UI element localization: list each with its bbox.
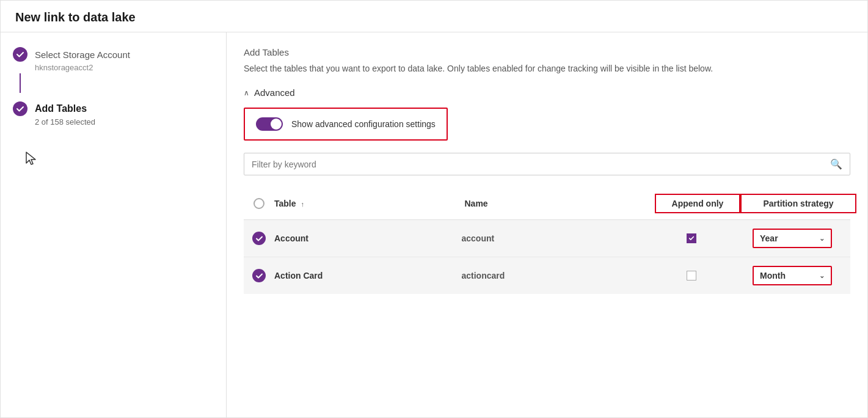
sort-arrow-icon[interactable]: ↑ bbox=[301, 200, 304, 208]
step1-subtitle: hknstorageacct2 bbox=[35, 63, 214, 72]
row1-name-value: account bbox=[462, 233, 649, 243]
search-input[interactable] bbox=[252, 160, 830, 169]
header-radio[interactable] bbox=[253, 198, 264, 209]
step1-title: Select Storage Account bbox=[35, 50, 130, 60]
toggle-thumb bbox=[271, 119, 282, 130]
search-icon: 🔍 bbox=[830, 158, 842, 170]
sidebar-step-add-tables: Add Tables 2 of 158 selected bbox=[13, 101, 214, 127]
header-name-col: Name bbox=[465, 199, 655, 208]
header-table-col: Table ↑ bbox=[274, 199, 465, 208]
table-row: Account account Year ⌄ bbox=[244, 220, 850, 257]
row1-check-icon[interactable] bbox=[252, 232, 266, 245]
chevron-up-icon: ∧ bbox=[244, 89, 249, 97]
row2-append-cell[interactable] bbox=[649, 271, 734, 280]
table-header-row: Table ↑ Name Append only Partition strat… bbox=[244, 188, 850, 220]
row1-partition-value: Year bbox=[760, 233, 778, 243]
toggle-track bbox=[256, 117, 283, 131]
advanced-label: Advanced bbox=[254, 87, 295, 98]
tables-list: Table ↑ Name Append only Partition strat… bbox=[244, 188, 850, 294]
dropdown-arrow-icon: ⌄ bbox=[819, 272, 825, 280]
append-only-header: Append only bbox=[655, 194, 740, 213]
row2-checkbox-col[interactable] bbox=[244, 269, 274, 282]
row1-checkbox-col[interactable] bbox=[244, 232, 274, 245]
main-panel: Add Tables Select the tables that you wa… bbox=[227, 32, 867, 417]
step2-subtitle: 2 of 158 selected bbox=[35, 117, 214, 127]
header-checkbox-col bbox=[244, 198, 274, 209]
step2-indicator bbox=[13, 101, 27, 116]
row1-append-cell[interactable] bbox=[649, 233, 734, 243]
advanced-toggle-switch[interactable] bbox=[256, 117, 283, 131]
sidebar-step-select-storage: Select Storage Account hknstorageacct2 bbox=[13, 47, 214, 94]
partition-strategy-header: Partition strategy bbox=[740, 194, 856, 213]
dropdown-arrow-icon: ⌄ bbox=[819, 235, 825, 243]
row1-append-checkbox[interactable] bbox=[687, 233, 696, 243]
row2-partition-cell[interactable]: Month ⌄ bbox=[734, 266, 850, 285]
table-row: Action Card actioncard Month ⌄ bbox=[244, 257, 850, 294]
row1-partition-cell[interactable]: Year ⌄ bbox=[734, 229, 850, 248]
row2-name-value: actioncard bbox=[462, 271, 649, 280]
section-desc: Select the tables that you want to expor… bbox=[244, 62, 793, 75]
row2-append-checkbox[interactable] bbox=[687, 271, 696, 280]
advanced-toggle-row[interactable]: Show advanced configuration settings bbox=[244, 108, 448, 141]
cursor-icon bbox=[25, 151, 214, 170]
row2-table-name: Action Card bbox=[274, 271, 462, 280]
sidebar: Select Storage Account hknstorageacct2 A… bbox=[1, 32, 227, 417]
advanced-header[interactable]: ∧ Advanced bbox=[244, 87, 850, 98]
row2-check-icon[interactable] bbox=[252, 269, 266, 282]
page-container: New link to data lake Select Storage Acc… bbox=[0, 0, 868, 418]
header-partition-col: Partition strategy bbox=[740, 194, 850, 213]
header-append-col: Append only bbox=[655, 194, 740, 213]
row1-partition-dropdown[interactable]: Year ⌄ bbox=[753, 229, 832, 248]
content-area: Select Storage Account hknstorageacct2 A… bbox=[1, 32, 867, 417]
section-title: Add Tables bbox=[244, 47, 850, 57]
row1-table-name: Account bbox=[274, 233, 462, 243]
step1-indicator bbox=[13, 47, 27, 62]
toggle-label: Show advanced configuration settings bbox=[291, 119, 436, 129]
step2-title: Add Tables bbox=[35, 103, 87, 114]
page-title: New link to data lake bbox=[1, 1, 867, 32]
row2-partition-value: Month bbox=[760, 271, 786, 280]
row2-partition-dropdown[interactable]: Month ⌄ bbox=[753, 266, 832, 285]
search-bar: 🔍 bbox=[244, 153, 850, 175]
step-connector-line bbox=[20, 73, 21, 93]
